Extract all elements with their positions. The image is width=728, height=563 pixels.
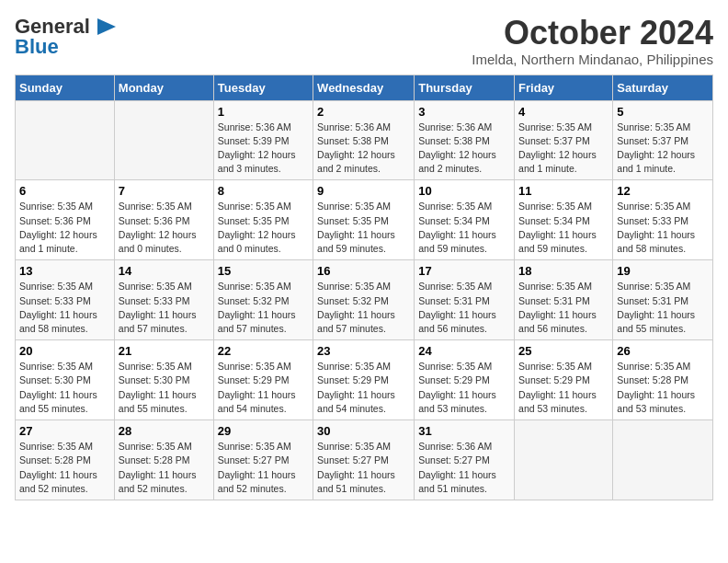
calendar-cell	[16, 100, 115, 180]
calendar-cell: 7Sunrise: 5:35 AM Sunset: 5:36 PM Daylig…	[114, 180, 213, 260]
day-info: Sunrise: 5:35 AM Sunset: 5:28 PM Dayligh…	[617, 360, 709, 416]
day-number: 17	[418, 264, 510, 278]
day-number: 21	[119, 344, 210, 358]
location-title: Imelda, Northern Mindanao, Philippines	[472, 52, 713, 67]
day-info: Sunrise: 5:35 AM Sunset: 5:29 PM Dayligh…	[317, 360, 410, 416]
calendar-cell: 3Sunrise: 5:36 AM Sunset: 5:38 PM Daylig…	[415, 100, 515, 180]
calendar-cell: 6Sunrise: 5:35 AM Sunset: 5:36 PM Daylig…	[16, 180, 115, 260]
header-thursday: Thursday	[415, 75, 515, 100]
calendar-cell: 1Sunrise: 5:36 AM Sunset: 5:39 PM Daylig…	[213, 100, 313, 180]
calendar-cell: 18Sunrise: 5:35 AM Sunset: 5:31 PM Dayli…	[515, 260, 613, 340]
day-info: Sunrise: 5:35 AM Sunset: 5:27 PM Dayligh…	[317, 440, 410, 496]
day-number: 1	[218, 105, 309, 119]
day-number: 31	[418, 424, 510, 438]
calendar-cell: 16Sunrise: 5:35 AM Sunset: 5:32 PM Dayli…	[313, 260, 415, 340]
day-info: Sunrise: 5:35 AM Sunset: 5:31 PM Dayligh…	[518, 280, 609, 336]
header-tuesday: Tuesday	[213, 75, 313, 100]
calendar-cell	[515, 420, 613, 500]
day-info: Sunrise: 5:35 AM Sunset: 5:36 PM Dayligh…	[19, 200, 110, 256]
header-wednesday: Wednesday	[313, 75, 415, 100]
header-monday: Monday	[114, 75, 213, 100]
logo-blue: Blue	[15, 35, 59, 59]
calendar-week-5: 27Sunrise: 5:35 AM Sunset: 5:28 PM Dayli…	[16, 420, 713, 500]
day-number: 14	[119, 264, 210, 278]
day-number: 12	[617, 184, 709, 198]
calendar-cell: 28Sunrise: 5:35 AM Sunset: 5:28 PM Dayli…	[114, 420, 213, 500]
day-info: Sunrise: 5:35 AM Sunset: 5:33 PM Dayligh…	[617, 200, 709, 256]
day-number: 13	[19, 264, 110, 278]
day-number: 30	[317, 424, 410, 438]
day-info: Sunrise: 5:36 AM Sunset: 5:27 PM Dayligh…	[418, 440, 510, 496]
calendar-cell: 30Sunrise: 5:35 AM Sunset: 5:27 PM Dayli…	[313, 420, 415, 500]
day-number: 15	[218, 264, 309, 278]
calendar-cell: 4Sunrise: 5:35 AM Sunset: 5:37 PM Daylig…	[515, 100, 613, 180]
calendar-cell: 14Sunrise: 5:35 AM Sunset: 5:33 PM Dayli…	[114, 260, 213, 340]
day-number: 28	[119, 424, 210, 438]
calendar-cell: 8Sunrise: 5:35 AM Sunset: 5:35 PM Daylig…	[213, 180, 313, 260]
day-info: Sunrise: 5:35 AM Sunset: 5:33 PM Dayligh…	[19, 280, 110, 336]
calendar-table: SundayMondayTuesdayWednesdayThursdayFrid…	[15, 75, 713, 500]
day-info: Sunrise: 5:35 AM Sunset: 5:35 PM Dayligh…	[317, 200, 410, 256]
day-number: 26	[617, 344, 709, 358]
day-info: Sunrise: 5:35 AM Sunset: 5:29 PM Dayligh…	[518, 360, 609, 416]
day-info: Sunrise: 5:35 AM Sunset: 5:28 PM Dayligh…	[19, 440, 110, 496]
day-info: Sunrise: 5:35 AM Sunset: 5:34 PM Dayligh…	[518, 200, 609, 256]
day-info: Sunrise: 5:35 AM Sunset: 5:29 PM Dayligh…	[218, 360, 309, 416]
day-info: Sunrise: 5:35 AM Sunset: 5:31 PM Dayligh…	[418, 280, 510, 336]
day-number: 20	[19, 344, 110, 358]
day-info: Sunrise: 5:36 AM Sunset: 5:38 PM Dayligh…	[317, 121, 410, 177]
calendar-cell: 9Sunrise: 5:35 AM Sunset: 5:35 PM Daylig…	[313, 180, 415, 260]
calendar-header: SundayMondayTuesdayWednesdayThursdayFrid…	[16, 75, 713, 100]
day-info: Sunrise: 5:35 AM Sunset: 5:27 PM Dayligh…	[218, 440, 309, 496]
day-info: Sunrise: 5:35 AM Sunset: 5:32 PM Dayligh…	[317, 280, 410, 336]
calendar-cell: 22Sunrise: 5:35 AM Sunset: 5:29 PM Dayli…	[213, 340, 313, 420]
day-info: Sunrise: 5:35 AM Sunset: 5:37 PM Dayligh…	[518, 121, 609, 177]
calendar-cell: 2Sunrise: 5:36 AM Sunset: 5:38 PM Daylig…	[313, 100, 415, 180]
calendar-cell: 27Sunrise: 5:35 AM Sunset: 5:28 PM Dayli…	[16, 420, 115, 500]
logo: General Blue	[15, 15, 119, 59]
header-sunday: Sunday	[16, 75, 115, 100]
calendar-cell: 11Sunrise: 5:35 AM Sunset: 5:34 PM Dayli…	[515, 180, 613, 260]
calendar-cell: 26Sunrise: 5:35 AM Sunset: 5:28 PM Dayli…	[613, 340, 713, 420]
calendar-week-3: 13Sunrise: 5:35 AM Sunset: 5:33 PM Dayli…	[16, 260, 713, 340]
calendar-cell: 5Sunrise: 5:35 AM Sunset: 5:37 PM Daylig…	[613, 100, 713, 180]
calendar-cell: 15Sunrise: 5:35 AM Sunset: 5:32 PM Dayli…	[213, 260, 313, 340]
day-info: Sunrise: 5:35 AM Sunset: 5:36 PM Dayligh…	[119, 200, 210, 256]
day-info: Sunrise: 5:35 AM Sunset: 5:31 PM Dayligh…	[617, 280, 709, 336]
header-friday: Friday	[515, 75, 613, 100]
day-number: 25	[518, 344, 609, 358]
day-info: Sunrise: 5:35 AM Sunset: 5:32 PM Dayligh…	[218, 280, 309, 336]
day-number: 9	[317, 184, 410, 198]
day-number: 24	[418, 344, 510, 358]
day-number: 19	[617, 264, 709, 278]
day-number: 16	[317, 264, 410, 278]
calendar-cell: 12Sunrise: 5:35 AM Sunset: 5:33 PM Dayli…	[613, 180, 713, 260]
calendar-week-2: 6Sunrise: 5:35 AM Sunset: 5:36 PM Daylig…	[16, 180, 713, 260]
calendar-cell: 25Sunrise: 5:35 AM Sunset: 5:29 PM Dayli…	[515, 340, 613, 420]
calendar-cell: 19Sunrise: 5:35 AM Sunset: 5:31 PM Dayli…	[613, 260, 713, 340]
day-number: 7	[119, 184, 210, 198]
day-info: Sunrise: 5:35 AM Sunset: 5:30 PM Dayligh…	[119, 360, 210, 416]
day-number: 6	[19, 184, 110, 198]
calendar-cell: 20Sunrise: 5:35 AM Sunset: 5:30 PM Dayli…	[16, 340, 115, 420]
calendar-cell: 29Sunrise: 5:35 AM Sunset: 5:27 PM Dayli…	[213, 420, 313, 500]
calendar-cell: 24Sunrise: 5:35 AM Sunset: 5:29 PM Dayli…	[415, 340, 515, 420]
day-number: 11	[518, 184, 609, 198]
day-number: 22	[218, 344, 309, 358]
title-section: October 2024 Imelda, Northern Mindanao, …	[472, 15, 713, 67]
day-number: 8	[218, 184, 309, 198]
calendar-cell: 23Sunrise: 5:35 AM Sunset: 5:29 PM Dayli…	[313, 340, 415, 420]
day-info: Sunrise: 5:35 AM Sunset: 5:28 PM Dayligh…	[119, 440, 210, 496]
day-number: 10	[418, 184, 510, 198]
day-info: Sunrise: 5:36 AM Sunset: 5:38 PM Dayligh…	[418, 121, 510, 177]
day-number: 23	[317, 344, 410, 358]
calendar-cell	[114, 100, 213, 180]
day-info: Sunrise: 5:35 AM Sunset: 5:34 PM Dayligh…	[418, 200, 510, 256]
day-info: Sunrise: 5:36 AM Sunset: 5:39 PM Dayligh…	[218, 121, 309, 177]
svg-marker-0	[97, 18, 116, 35]
calendar-cell: 17Sunrise: 5:35 AM Sunset: 5:31 PM Dayli…	[415, 260, 515, 340]
day-number: 3	[418, 105, 510, 119]
calendar-cell	[613, 420, 713, 500]
calendar-week-1: 1Sunrise: 5:36 AM Sunset: 5:39 PM Daylig…	[16, 100, 713, 180]
page-header: General Blue October 2024 Imelda, Northe…	[15, 15, 713, 67]
